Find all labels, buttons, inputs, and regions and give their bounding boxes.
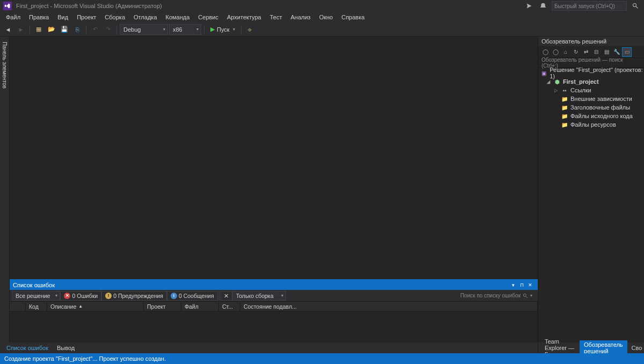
solution-icon: ▣: [540, 69, 547, 77]
scope-dropdown[interactable]: Все решение: [12, 291, 60, 301]
tree-solution[interactable]: ▣ Решение "First_project" (проектов: 1): [538, 69, 644, 77]
search-icon[interactable]: [630, 1, 641, 11]
se-showall-icon[interactable]: ▤: [602, 47, 611, 57]
left-dock: Панель элементов: [0, 37, 10, 343]
messages-filter-button[interactable]: i0 Сообщения: [167, 291, 218, 301]
search-icon: [523, 293, 528, 299]
menu-help[interactable]: Справка: [338, 13, 368, 21]
status-text: Создание проекта "First_project"... Прое…: [4, 355, 166, 362]
se-fwd-icon[interactable]: ◯: [551, 47, 560, 57]
menu-architecture[interactable]: Архитектура: [223, 13, 265, 21]
quick-launch-placeholder: Быстрый запуск (Ctrl+Q): [554, 3, 615, 9]
folder-icon: 📁: [561, 112, 568, 120]
warning-icon: !: [105, 293, 112, 299]
se-home-icon[interactable]: ⌂: [561, 47, 570, 57]
error-icon: ✕: [64, 293, 70, 299]
save-icon[interactable]: 💾: [58, 24, 70, 35]
expand-icon[interactable]: ▷: [553, 88, 559, 93]
menu-edit[interactable]: Правка: [25, 13, 53, 21]
panel-close-icon[interactable]: ✕: [526, 281, 535, 289]
project-icon: ⬢: [553, 78, 561, 85]
menu-team[interactable]: Команда: [162, 13, 194, 21]
open-file-icon[interactable]: 📂: [46, 24, 57, 35]
error-list-titlebar[interactable]: Список ошибок ▾ ⊓ ✕: [10, 280, 538, 290]
se-collapse-icon[interactable]: ⊟: [591, 47, 601, 57]
menu-file[interactable]: Файл: [2, 13, 24, 21]
errors-filter-button[interactable]: ✕0 Ошибки: [60, 291, 101, 301]
save-all-icon[interactable]: ⎘: [71, 24, 83, 35]
new-project-icon[interactable]: ▦: [33, 24, 45, 35]
folder-icon: 📁: [561, 95, 568, 103]
editor-canvas: [10, 37, 538, 279]
col-icon[interactable]: [10, 302, 26, 311]
tab-properties[interactable]: Свой: [627, 344, 642, 352]
se-properties-icon[interactable]: 🔧: [612, 47, 621, 57]
window-title: First_project - Microsoft Visual Studio …: [16, 3, 524, 9]
menubar: Файл Правка Вид Проект Сборка Отладка Ко…: [0, 12, 644, 23]
nav-fwd-icon[interactable]: ►: [15, 24, 27, 35]
warnings-filter-button[interactable]: !0 Предупреждения: [101, 291, 167, 301]
references-icon: ▪▪: [561, 86, 568, 94]
tree-resources[interactable]: 📁 Файлы ресурсов: [538, 120, 644, 129]
col-suppress[interactable]: Состояние подавл...: [240, 302, 538, 311]
filter-clear-icon: ✕: [224, 293, 229, 299]
tree-references[interactable]: ▷ ▪▪ Ссылки: [538, 86, 644, 94]
col-code[interactable]: Код: [26, 302, 47, 311]
error-list-columns: Код Описание ▲ Проект Файл Ст... Состоян…: [10, 302, 538, 311]
statusbar: Создание проекта "First_project"... Прое…: [0, 353, 644, 364]
platform-dropdown[interactable]: x86: [169, 24, 201, 35]
panel-pin-icon[interactable]: ⊓: [517, 281, 526, 289]
quick-launch-input[interactable]: Быстрый запуск (Ctrl+Q): [552, 1, 627, 11]
se-sync-icon[interactable]: ⇄: [581, 47, 591, 57]
folder-icon: 📁: [561, 121, 568, 128]
col-file[interactable]: Файл: [181, 302, 219, 311]
undo-icon[interactable]: ↶: [89, 24, 101, 35]
vs-logo-icon: [3, 2, 12, 10]
toolbar: ◄ ► ▦ 📂 💾 ⎘ ↶ ↷ Debug x86 ▶ Пуск ▾ ⎆: [0, 23, 644, 37]
expand-icon[interactable]: ◢: [546, 79, 551, 84]
menu-test[interactable]: Тест: [266, 13, 286, 21]
menu-debug[interactable]: Отладка: [130, 13, 160, 21]
config-dropdown[interactable]: Debug: [120, 24, 168, 35]
panel-dropdown-icon[interactable]: ▾: [509, 281, 517, 289]
solution-explorer-header[interactable]: Обозреватель решений: [538, 37, 644, 46]
se-preview-icon[interactable]: ▭: [622, 47, 632, 57]
solution-tree: ▣ Решение "First_project" (проектов: 1) …: [538, 68, 644, 343]
menu-analyze[interactable]: Анализ: [287, 13, 314, 21]
col-desc[interactable]: Описание ▲: [47, 302, 144, 311]
tree-headers[interactable]: 📁 Заголовочные файлы: [538, 103, 644, 112]
se-refresh-icon[interactable]: ↻: [571, 47, 581, 57]
solution-explorer: Обозреватель решений ◯ ◯ ⌂ ↻ ⇄ ⊟ ▤ 🔧 ▭ О…: [538, 37, 644, 343]
error-search-input[interactable]: Поиск по списку ошибок ▾: [460, 293, 536, 299]
col-project[interactable]: Проект: [144, 302, 181, 311]
tree-sources[interactable]: 📁 Файлы исходного кода: [538, 112, 644, 120]
run-button[interactable]: ▶ Пуск ▾: [207, 24, 238, 35]
editor-area: Список ошибок ▾ ⊓ ✕ Все решение ✕0 Ошибк…: [10, 37, 538, 343]
notifications-icon[interactable]: [524, 1, 535, 11]
se-back-icon[interactable]: ◯: [540, 47, 550, 57]
nav-back-icon[interactable]: ◄: [2, 24, 14, 35]
error-list-panel: Список ошибок ▾ ⊓ ✕ Все решение ✕0 Ошибк…: [10, 279, 538, 343]
tree-external-deps[interactable]: 📁 Внешние зависимости: [538, 94, 644, 103]
svg-point-2: [523, 294, 526, 296]
svg-point-0: [633, 4, 636, 7]
menu-tools[interactable]: Сервис: [194, 13, 222, 21]
svg-line-1: [636, 6, 638, 9]
titlebar: First_project - Microsoft Visual Studio …: [0, 0, 644, 12]
step-icon[interactable]: ⎆: [244, 24, 256, 35]
tab-error-list[interactable]: Список ошибок: [2, 344, 53, 352]
menu-project[interactable]: Проект: [73, 13, 100, 21]
toolbox-tab[interactable]: Панель элементов: [1, 39, 8, 92]
info-icon: i: [171, 293, 177, 299]
tab-output[interactable]: Вывод: [53, 344, 79, 352]
right-tabs: Team Explorer — Главная Обозреватель реш…: [538, 343, 644, 353]
feedback-icon[interactable]: [538, 1, 548, 11]
menu-view[interactable]: Вид: [54, 13, 72, 21]
menu-window[interactable]: Окно: [316, 13, 337, 21]
redo-icon[interactable]: ↷: [102, 24, 114, 35]
clear-filter-button[interactable]: ✕: [221, 291, 232, 301]
col-line[interactable]: Ст...: [219, 302, 240, 311]
build-filter-dropdown[interactable]: Только сборка: [232, 291, 286, 301]
play-icon: ▶: [210, 26, 215, 33]
menu-build[interactable]: Сборка: [101, 13, 129, 21]
